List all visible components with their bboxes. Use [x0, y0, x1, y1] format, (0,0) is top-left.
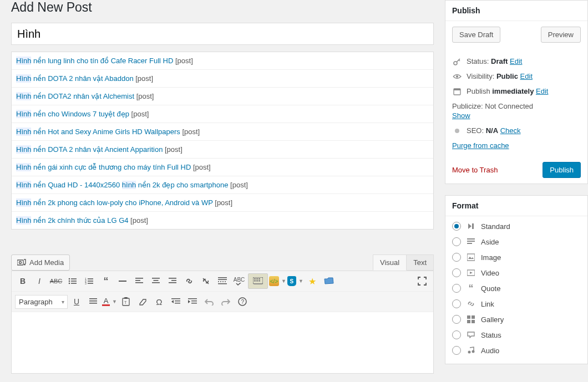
suggestion-item[interactable]: Hình nền DOTA 2 nhân vật Abaddon [post] [12, 70, 433, 88]
suggestion-item[interactable]: Hình nền DOTA2 nhân vật Alchemist [post] [12, 88, 433, 105]
bold-button[interactable]: B [15, 273, 31, 289]
format-option-standard[interactable]: Standard [452, 218, 581, 234]
tab-text[interactable]: Text [407, 254, 434, 271]
special-char-button[interactable]: Ω [151, 294, 167, 309]
format-option-image[interactable]: Image [452, 249, 581, 265]
svg-point-2 [24, 263, 26, 265]
suggestion-item[interactable]: Hình nền 2k chính thức của LG G4 [post] [12, 212, 433, 229]
svg-point-64 [468, 351, 471, 354]
shortcode-dropdown[interactable]: </>▼ [269, 276, 286, 286]
radio-icon[interactable] [452, 237, 461, 246]
shield-dropdown[interactable]: S▼ [287, 276, 303, 286]
svg-rect-33 [256, 281, 258, 282]
indent-button[interactable] [185, 294, 200, 309]
add-media-button[interactable]: Add Media [11, 254, 70, 271]
svg-rect-14 [88, 283, 93, 284]
svg-point-5 [69, 281, 70, 282]
fullscreen-button[interactable] [414, 273, 430, 289]
format-option-video[interactable]: Video [452, 265, 581, 281]
star-button[interactable]: ★ [305, 273, 320, 289]
svg-rect-56 [467, 241, 475, 242]
align-center-button[interactable] [148, 273, 164, 289]
format-option-gallery[interactable]: Gallery [452, 312, 581, 327]
publish-label: Publish [467, 87, 492, 95]
suggestion-item[interactable]: Hình nền gái xinh cực dễ thương cho máy … [12, 159, 433, 176]
key-icon [452, 58, 462, 65]
paragraph-select[interactable]: Paragraph [15, 295, 68, 309]
svg-rect-20 [154, 280, 159, 281]
publish-edit-link[interactable]: Edit [536, 87, 548, 95]
svg-rect-42 [175, 300, 180, 302]
svg-rect-30 [256, 278, 258, 279]
publicize-show-link[interactable]: Show [452, 111, 470, 120]
format-option-quote[interactable]: “Quote [452, 281, 581, 296]
bullet-list-button[interactable] [65, 273, 80, 289]
help-button[interactable]: ? [235, 294, 250, 309]
format-option-audio[interactable]: Audio [452, 343, 581, 358]
align-left-button[interactable] [131, 273, 147, 289]
suggestion-item[interactable]: Hình nền Hot and Sexy Anime Girls HD Wal… [12, 123, 433, 141]
unlink-button[interactable] [198, 273, 214, 289]
svg-rect-15 [119, 281, 126, 282]
paste-text-button[interactable]: T [118, 294, 134, 309]
svg-rect-62 [467, 320, 470, 323]
outdent-button[interactable] [168, 294, 184, 309]
format-option-aside[interactable]: Aside [452, 234, 581, 249]
clear-format-button[interactable] [135, 294, 150, 309]
italic-button[interactable]: I [32, 273, 47, 289]
blockquote-button[interactable]: “ [98, 273, 114, 289]
status-edit-link[interactable]: Edit [510, 57, 522, 65]
svg-point-50 [456, 75, 458, 78]
toggle-toolbar-button[interactable] [248, 273, 268, 289]
text-color-button[interactable]: A▼ [102, 297, 117, 306]
radio-icon[interactable] [452, 268, 461, 277]
publish-button[interactable]: Publish [543, 162, 581, 178]
hr-button[interactable] [115, 273, 130, 289]
suggestion-item[interactable]: Hình nền cho Windows 7 tuyệt đẹp [post] [12, 105, 433, 123]
format-label: Aside [481, 238, 499, 246]
radio-icon[interactable] [452, 222, 461, 231]
radio-icon[interactable] [452, 253, 461, 262]
post-title-input[interactable] [11, 23, 434, 45]
suggestion-item[interactable]: Hình nền 2k phong cách low-poly cho iPho… [12, 194, 433, 212]
underline-button[interactable]: U [69, 294, 84, 309]
editor-content[interactable] [12, 312, 433, 373]
svg-rect-18 [135, 282, 143, 283]
standard-icon [467, 222, 475, 231]
suggestion-item[interactable]: Hình nền Quad HD - 1440x2560 hình nền 2k… [12, 176, 433, 194]
svg-rect-23 [171, 280, 176, 281]
suggestion-item[interactable]: Hình nền lung linh cho tín đồ Cafe Racer… [12, 52, 433, 70]
format-option-link[interactable]: Link [452, 296, 581, 312]
svg-text:T: T [124, 300, 127, 304]
seo-label: SEO: [467, 126, 486, 135]
svg-rect-44 [188, 298, 197, 299]
tab-visual[interactable]: Visual [373, 254, 407, 271]
radio-icon[interactable] [452, 330, 461, 339]
svg-rect-52 [454, 89, 460, 90]
format-label: Link [481, 300, 494, 308]
visibility-edit-link[interactable]: Edit [520, 72, 533, 80]
move-to-trash-link[interactable]: Move to Trash [452, 166, 498, 174]
suggestion-item[interactable]: Hình nền DOTA 2 nhân vật Ancient Apparit… [12, 141, 433, 159]
svg-rect-17 [135, 280, 140, 281]
align-right-button[interactable] [165, 273, 180, 289]
numbered-list-button[interactable]: 123 [82, 273, 97, 289]
read-more-button[interactable] [215, 273, 230, 289]
radio-icon[interactable] [452, 299, 461, 308]
undo-button[interactable] [201, 294, 217, 309]
purge-cache-link[interactable]: Purge from cache [452, 141, 509, 150]
radio-icon[interactable] [452, 315, 461, 324]
strike-button[interactable]: ABC [48, 273, 64, 289]
format-option-status[interactable]: Status [452, 327, 581, 343]
link-button[interactable] [181, 273, 197, 289]
spellcheck-button[interactable]: ABC [231, 273, 247, 289]
folder-button[interactable] [321, 273, 337, 289]
redo-button[interactable] [218, 294, 234, 309]
seo-check-link[interactable]: Check [500, 126, 521, 135]
save-draft-button[interactable]: Save Draft [452, 27, 500, 43]
preview-button[interactable]: Preview [541, 27, 581, 43]
justify-button[interactable] [85, 294, 101, 309]
svg-rect-26 [218, 279, 227, 281]
radio-icon[interactable] [452, 284, 461, 293]
radio-icon[interactable] [452, 346, 461, 355]
